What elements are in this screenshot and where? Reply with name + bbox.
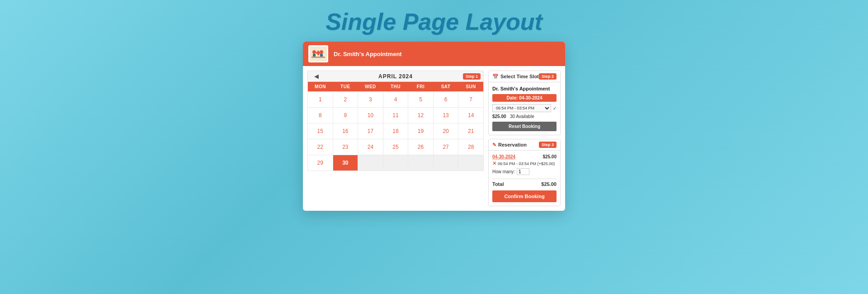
how-many-label: How many: bbox=[492, 169, 515, 174]
calendar-day[interactable]: 19 bbox=[408, 123, 434, 139]
slot-availability: 30 Available bbox=[510, 114, 534, 119]
reset-booking-button[interactable]: Reset Booking bbox=[492, 122, 557, 131]
calendar-day[interactable]: 12 bbox=[408, 108, 434, 123]
calendar-step-badge: Step 1 bbox=[463, 73, 481, 80]
calendar-day[interactable]: 1 bbox=[308, 92, 333, 108]
calendar-day[interactable]: 2 bbox=[333, 92, 358, 108]
calendar-day[interactable]: 5 bbox=[408, 92, 434, 108]
calendar-grid: MON TUE WED THU FRI SAT SUN 1 2 3 4 bbox=[307, 82, 484, 171]
calendar-day[interactable]: 27 bbox=[433, 139, 458, 155]
time-slot-title: 📅 Select Time Slot bbox=[492, 74, 539, 80]
calendar-day[interactable]: 6 bbox=[433, 92, 458, 108]
calendar-day[interactable]: 29 bbox=[308, 155, 333, 171]
time-slot-step-badge: Step 2 bbox=[539, 73, 557, 80]
svg-rect-3 bbox=[313, 54, 316, 57]
price-availability: $25.00 30 Available bbox=[492, 114, 557, 119]
calendar-day[interactable]: 22 bbox=[308, 139, 333, 155]
checkmark-icon: ✓ bbox=[553, 106, 557, 111]
calendar-day[interactable]: 26 bbox=[408, 139, 434, 155]
reservation-date-row: 04-30-2024 $25.00 bbox=[492, 154, 557, 159]
calendar-day[interactable]: 4 bbox=[383, 92, 408, 108]
reservation-step-badge: Step 3 bbox=[539, 142, 557, 148]
day-header-fri: FRI bbox=[408, 82, 434, 92]
svg-rect-5 bbox=[320, 54, 323, 57]
reservation-body: 04-30-2024 $25.00 ✕ 06:54 PM - 03:54 PM … bbox=[489, 151, 560, 206]
calendar-day[interactable]: 23 bbox=[333, 139, 358, 155]
day-header-wed: WED bbox=[358, 82, 383, 92]
sidebar: 📅 Select Time Slot Step 2 Dr. Smith's Ap… bbox=[488, 71, 561, 206]
total-row: Total $25.00 bbox=[492, 179, 557, 187]
quantity-input[interactable] bbox=[517, 168, 529, 175]
svg-rect-1 bbox=[311, 57, 325, 58]
calendar-day[interactable]: 20 bbox=[433, 123, 458, 139]
time-slot-header: 📅 Select Time Slot Step 2 bbox=[489, 71, 560, 82]
calendar-day[interactable]: 17 bbox=[358, 123, 383, 139]
calendar-day[interactable]: 24 bbox=[358, 139, 383, 155]
calendar-icon: 📅 bbox=[492, 74, 499, 80]
header-title: Dr. Smith's Appointment bbox=[334, 51, 402, 57]
calendar-day[interactable]: 14 bbox=[458, 108, 484, 123]
time-slot-body: Dr. Smith's Appointment Date: 04-30-2024… bbox=[489, 82, 560, 135]
total-label: Total bbox=[492, 181, 504, 187]
calendar-day[interactable]: 21 bbox=[458, 123, 484, 139]
page-title: Single Page Layout bbox=[326, 8, 542, 35]
reservation-time-detail: 06:54 PM - 03:54 PM (+$25.00) bbox=[498, 161, 555, 166]
slot-price: $25.00 bbox=[492, 114, 506, 119]
calendar-day[interactable]: 13 bbox=[433, 108, 458, 123]
calendar-day-empty bbox=[358, 155, 383, 171]
calendar-day-empty bbox=[408, 155, 434, 171]
day-header-mon: MON bbox=[308, 82, 333, 92]
calendar-day[interactable]: 16 bbox=[333, 123, 358, 139]
calendar-section: ◀ APRIL 2024 ▶ Step 1 MON TUE WED THU FR… bbox=[307, 71, 484, 206]
calendar-day-empty bbox=[383, 155, 408, 171]
header-logo bbox=[308, 45, 328, 62]
day-header-thu: THU bbox=[383, 82, 408, 92]
card-body: ◀ APRIL 2024 ▶ Step 1 MON TUE WED THU FR… bbox=[303, 66, 565, 211]
svg-point-2 bbox=[312, 50, 316, 54]
calendar-week-3: 15 16 17 18 19 20 21 bbox=[308, 123, 484, 139]
calendar-day[interactable]: 7 bbox=[458, 92, 484, 108]
calendar-header-row: MON TUE WED THU FRI SAT SUN bbox=[308, 82, 484, 92]
time-slot-appointment-name: Dr. Smith's Appointment bbox=[492, 86, 557, 91]
calendar-nav: ◀ APRIL 2024 ▶ Step 1 bbox=[307, 71, 484, 82]
calendar-week-4: 22 23 24 25 26 27 28 bbox=[308, 139, 484, 155]
time-select[interactable]: 06:54 PM - 03:54 PM bbox=[492, 104, 551, 112]
main-card: Dr. Smith's Appointment ◀ APRIL 2024 ▶ S… bbox=[303, 42, 565, 211]
calendar-week-2: 8 9 10 11 12 13 14 bbox=[308, 108, 484, 123]
confirm-booking-button[interactable]: Confirm Booking bbox=[492, 190, 557, 202]
time-select-row: 06:54 PM - 03:54 PM ✓ bbox=[492, 104, 557, 112]
calendar-day selected[interactable]: 30 bbox=[333, 155, 358, 171]
calendar-week-5: 29 30 bbox=[308, 155, 484, 171]
calendar-day-empty bbox=[458, 155, 484, 171]
calendar-day[interactable]: 18 bbox=[383, 123, 408, 139]
calendar-day[interactable]: 10 bbox=[358, 108, 383, 123]
card-header: Dr. Smith's Appointment bbox=[303, 42, 565, 66]
calendar-day[interactable]: 9 bbox=[333, 108, 358, 123]
time-slot-box: 📅 Select Time Slot Step 2 Dr. Smith's Ap… bbox=[488, 71, 561, 135]
prev-month-arrow[interactable]: ◀ bbox=[311, 73, 321, 80]
reservation-price: $25.00 bbox=[542, 154, 557, 159]
svg-rect-7 bbox=[316, 52, 321, 54]
reservation-title: ✎ Reservation bbox=[492, 142, 527, 148]
calendar-day-empty bbox=[433, 155, 458, 171]
calendar-day[interactable]: 11 bbox=[383, 108, 408, 123]
how-many-row: How many: bbox=[492, 168, 557, 175]
reservation-date: 04-30-2024 bbox=[492, 154, 515, 159]
total-amount: $25.00 bbox=[541, 181, 557, 187]
day-header-sat: SAT bbox=[433, 82, 458, 92]
reservation-time-row: ✕ 06:54 PM - 03:54 PM (+$25.00) bbox=[492, 161, 557, 166]
calendar-day[interactable]: 25 bbox=[383, 139, 408, 155]
reservation-header: ✎ Reservation Step 3 bbox=[489, 139, 560, 151]
time-slot-date-bar: Date: 04-30-2024 bbox=[492, 94, 557, 102]
day-header-sun: SUN bbox=[458, 82, 484, 92]
remove-icon[interactable]: ✕ bbox=[492, 161, 496, 166]
day-header-tue: TUE bbox=[333, 82, 358, 92]
edit-icon: ✎ bbox=[492, 142, 496, 148]
calendar-month-label: APRIL 2024 bbox=[321, 73, 470, 80]
calendar-day[interactable]: 8 bbox=[308, 108, 333, 123]
calendar-day[interactable]: 15 bbox=[308, 123, 333, 139]
calendar-day[interactable]: 3 bbox=[358, 92, 383, 108]
calendar-day[interactable]: 28 bbox=[458, 139, 484, 155]
reservation-box: ✎ Reservation Step 3 04-30-2024 $25.00 ✕… bbox=[488, 139, 561, 206]
calendar-week-1: 1 2 3 4 5 6 7 bbox=[308, 92, 484, 108]
